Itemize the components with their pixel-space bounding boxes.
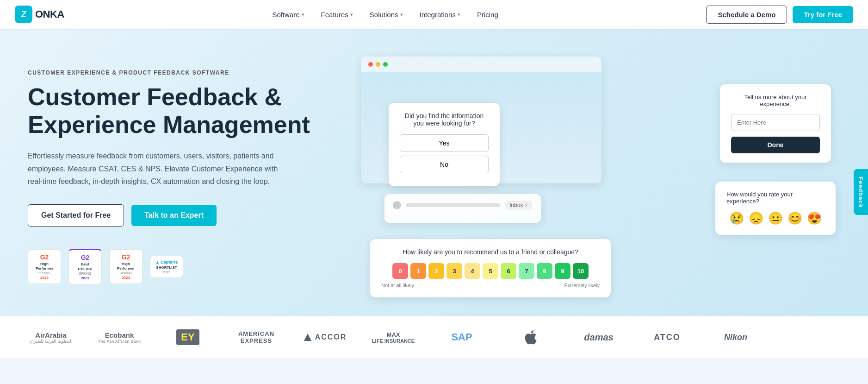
- yesno-survey-card: Did you find the information you were lo…: [389, 103, 500, 186]
- inbox-close-icon[interactable]: ×: [525, 202, 528, 208]
- nav-links: Software ▾ Features ▾ Solutions ▾ Integr…: [266, 7, 504, 22]
- nav-item-features[interactable]: Features ▾: [315, 7, 360, 22]
- emoji-very-happy[interactable]: 😍: [807, 211, 822, 226]
- logo-icon: Z: [15, 6, 32, 23]
- no-button[interactable]: No: [400, 156, 489, 173]
- hero-description: Effortlessly measure feedback from custo…: [28, 150, 287, 188]
- logos-section: AirArabia الخطوط العربية للطيران Ecobank…: [0, 316, 868, 358]
- logo-nikon: Nikon: [713, 333, 759, 342]
- logo-sap: SAP: [439, 331, 485, 343]
- inbox-tag[interactable]: Inbox ×: [505, 201, 533, 210]
- chevron-down-icon: ▾: [400, 12, 403, 18]
- nps-question: How likely are you to recommend us to a …: [381, 248, 600, 256]
- emoji-question: How would you rate your experience?: [726, 191, 825, 205]
- yesno-question: Did you find the information you were lo…: [400, 112, 489, 127]
- logo-text: ONKA: [35, 8, 64, 20]
- done-button[interactable]: Done: [731, 137, 820, 153]
- text-feedback-card: Tell us more about your experience. Done: [720, 84, 831, 163]
- logo-apple: [507, 329, 553, 345]
- logo-damas: damas: [576, 332, 622, 343]
- feedback-tab[interactable]: Feedback: [854, 169, 868, 215]
- nps-4[interactable]: 4: [465, 263, 480, 279]
- logo-air-arabia: AirArabia الخطوط العربية للطيران: [28, 331, 74, 344]
- browser-dot-green: [383, 62, 388, 67]
- logo-accor: ACCOR: [302, 333, 348, 342]
- logo-max-life: MAX LIFE INSURANCE: [370, 331, 416, 344]
- badge-g2-high-performer: G2 HighPerformer SPRING 2023: [28, 249, 61, 284]
- nav-item-solutions[interactable]: Solutions ▾: [363, 7, 409, 22]
- browser-dot-red: [368, 62, 373, 67]
- apple-icon: [524, 329, 537, 345]
- try-free-button[interactable]: Try for Free: [793, 6, 853, 23]
- schedule-demo-button[interactable]: Schedule a Demo: [706, 6, 787, 24]
- badge-capterra: ▲ Capterra SHORTLIST 2023: [150, 256, 183, 278]
- logo[interactable]: Z ONKA: [15, 6, 64, 23]
- nps-9[interactable]: 9: [555, 263, 570, 279]
- inbox-card: Inbox ×: [384, 194, 541, 223]
- nps-6[interactable]: 6: [501, 263, 516, 279]
- nps-label-right: Extremely likely: [564, 283, 600, 288]
- emoji-rating-card: How would you rate your experience? 😢 😞 …: [715, 182, 836, 235]
- emoji-row: 😢 😞 😐 😊 😍: [726, 211, 825, 226]
- hero-right-mockups: Did you find the information you were lo…: [361, 57, 840, 297]
- chevron-down-icon: ▾: [458, 12, 460, 18]
- nps-5[interactable]: 5: [483, 263, 498, 279]
- inbox-avatar-dot: [393, 201, 401, 209]
- nav-item-software[interactable]: Software ▾: [266, 7, 310, 22]
- nps-card: How likely are you to recommend us to a …: [370, 239, 611, 297]
- hero-buttons: Get Started for Free Talk to an Expert: [28, 204, 342, 227]
- nps-1[interactable]: 1: [410, 263, 426, 279]
- nav-item-pricing[interactable]: Pricing: [471, 7, 505, 22]
- logo-ey: EY: [165, 329, 211, 345]
- logo-ecobank: Ecobank The Pan African Bank: [96, 331, 143, 344]
- nps-2[interactable]: 2: [428, 263, 444, 279]
- inbox-top: Inbox ×: [393, 201, 533, 210]
- hero-left: CUSTOMER EXPERIENCE & PRODUCT FEEDBACK S…: [28, 69, 342, 284]
- badge-g2-best-roi: G2 BestEst. ROI SPRING 2023: [68, 249, 102, 284]
- emoji-neutral[interactable]: 😐: [768, 211, 783, 226]
- yes-button[interactable]: Yes: [400, 134, 489, 152]
- hero-label: CUSTOMER EXPERIENCE & PRODUCT FEEDBACK S…: [28, 69, 342, 76]
- nps-labels: Not at all likely Extremely likely: [381, 283, 600, 288]
- nps-8[interactable]: 8: [537, 263, 552, 279]
- chevron-down-icon: ▾: [350, 12, 353, 18]
- nps-0[interactable]: 0: [392, 263, 408, 279]
- svg-marker-0: [304, 334, 311, 341]
- navbar: Z ONKA Software ▾ Features ▾ Solutions ▾…: [0, 0, 868, 29]
- nps-7[interactable]: 7: [519, 263, 534, 279]
- logo-american-express: AMERICAN EXPRESS: [233, 330, 279, 344]
- logo-atco: ATCO: [644, 333, 690, 342]
- nps-3[interactable]: 3: [446, 263, 462, 279]
- hero-title: Customer Feedback & Experience Managemen…: [28, 83, 342, 139]
- inbox-line: [406, 203, 500, 207]
- browser-dot-yellow: [376, 62, 380, 67]
- text-input[interactable]: [731, 114, 820, 131]
- text-question: Tell us more about your experience.: [731, 94, 820, 107]
- chevron-down-icon: ▾: [302, 12, 304, 18]
- emoji-happy[interactable]: 😊: [787, 211, 802, 226]
- get-started-button[interactable]: Get Started for Free: [28, 204, 124, 227]
- badge-g2-high-performer-2: G2 HighPerformer SPRING 2023: [109, 249, 143, 284]
- nav-item-integrations[interactable]: Integrations ▾: [413, 7, 467, 22]
- nps-10[interactable]: 10: [573, 263, 589, 279]
- hero-section: CUSTOMER EXPERIENCE & PRODUCT FEEDBACK S…: [0, 29, 868, 316]
- browser-header: [361, 57, 601, 72]
- badges-row: G2 HighPerformer SPRING 2023 G2 BestEst.…: [28, 249, 342, 284]
- nav-actions: Schedule a Demo Try for Free: [706, 6, 853, 24]
- emoji-very-sad[interactable]: 😢: [729, 211, 744, 226]
- accor-icon: [303, 333, 312, 342]
- talk-to-expert-button[interactable]: Talk to an Expert: [131, 205, 217, 226]
- nps-label-left: Not at all likely: [381, 283, 414, 288]
- emoji-sad[interactable]: 😞: [749, 211, 763, 226]
- nps-numbers: 0 1 2 3 4 5 6 7 8 9 10: [381, 263, 600, 279]
